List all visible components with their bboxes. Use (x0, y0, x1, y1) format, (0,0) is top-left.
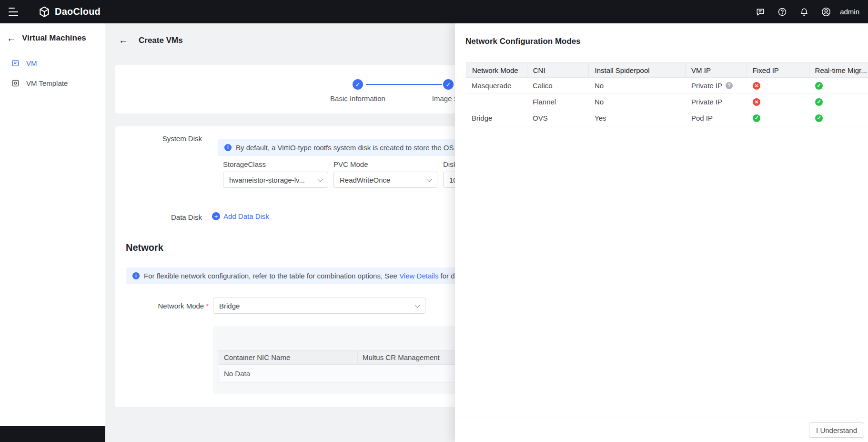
pvc-mode-label: PVC Mode (333, 160, 368, 168)
col-realtime-migration: Real-time Migr... (809, 63, 868, 77)
nic-col-container-nic-name: Container NIC Name (219, 350, 358, 364)
vm-icon (11, 59, 20, 67)
hamburger-menu-icon[interactable] (9, 8, 21, 16)
username[interactable]: admin (840, 8, 859, 16)
network-section-heading: Network (126, 242, 163, 253)
notifications-bell-icon[interactable] (799, 7, 809, 17)
sidebar-title: Virtual Machines (22, 33, 86, 43)
sidebar-item-label: VM Template (26, 79, 68, 87)
sidebar-collapse-bar[interactable] (0, 426, 105, 442)
table-row: Bridge OVS Yes Pod IP (466, 110, 868, 126)
step-connector (366, 84, 442, 85)
network-mode-label: Network Mode* (137, 302, 209, 310)
help-circle-icon[interactable]: ? (726, 82, 733, 89)
add-data-disk-label: Add Data Disk (223, 212, 269, 220)
pvc-mode-select[interactable]: ReadWriteOnce (333, 172, 437, 188)
sidebar-back-button[interactable]: ← (7, 33, 16, 43)
col-fixed-ip: Fixed IP (747, 63, 809, 77)
cross-icon (753, 82, 760, 90)
col-vm-ip: VM IP (686, 63, 747, 77)
step-complete-icon: ✓ (443, 79, 454, 90)
daocloud-logo-icon (38, 6, 50, 18)
required-asterisk: * (206, 302, 209, 310)
check-icon (815, 82, 823, 90)
sidebar-item-label: VM (26, 59, 37, 67)
user-avatar-icon[interactable] (821, 7, 831, 17)
cross-icon (753, 98, 760, 106)
network-modes-table: Network Mode CNI Install Spiderpool VM I… (466, 62, 868, 126)
col-cni: CNI (527, 63, 589, 77)
brand-name: DaoCloud (55, 6, 101, 17)
sidebar: ← Virtual Machines VM VM Template (0, 23, 105, 442)
network-modes-drawer: Network Configuration Modes Network Mode… (455, 23, 868, 442)
check-icon (815, 114, 823, 122)
system-disk-label: System Disk (143, 134, 202, 143)
page-back-button[interactable]: ← (119, 35, 128, 46)
plus-circle-icon: + (212, 212, 220, 220)
info-icon: i (224, 144, 232, 151)
topbar: DaoCloud admin (0, 0, 868, 23)
col-network-mode: Network Mode (466, 63, 527, 77)
page-title: Create VMs (139, 36, 183, 45)
brand: DaoCloud (38, 6, 101, 18)
vm-template-icon (11, 79, 20, 87)
step-complete-icon: ✓ (353, 79, 363, 90)
sidebar-item-vm[interactable]: VM (0, 53, 105, 73)
add-data-disk-button[interactable]: + Add Data Disk (212, 212, 269, 220)
info-icon: i (132, 272, 140, 279)
table-row: Flannel No Private IP (466, 94, 868, 110)
table-row: Masquerade Calico No Private IP? (466, 78, 868, 94)
col-install-spiderpool: Install Spiderpool (589, 63, 686, 77)
check-icon (753, 114, 760, 122)
data-disk-label: Data Disk (143, 213, 202, 221)
storageclass-label: StorageClass (223, 160, 266, 168)
chevron-down-icon (317, 176, 323, 182)
drawer-footer-divider (455, 418, 868, 418)
system-disk-alert-text: By default, a VirtIO-type rootfs system … (236, 144, 460, 152)
table-header-row: Network Mode CNI Install Spiderpool VM I… (466, 62, 868, 78)
chevron-down-icon (426, 176, 432, 182)
network-alert-text: For flexible network configuration, refe… (144, 272, 455, 280)
chevron-down-icon (414, 302, 420, 308)
drawer-title: Network Configuration Modes (465, 37, 581, 46)
check-icon (815, 98, 823, 106)
view-details-link[interactable]: View Details (399, 272, 438, 280)
help-icon[interactable] (777, 7, 787, 17)
network-mode-select[interactable]: Bridge (213, 298, 425, 314)
i-understand-button[interactable]: I Understand (809, 422, 864, 438)
feedback-icon[interactable] (755, 7, 766, 17)
sidebar-item-vm-template[interactable]: VM Template (0, 73, 105, 93)
storageclass-select[interactable]: hwameistor-storage-lv... (223, 172, 328, 188)
step-label-basic-information: Basic Information (320, 94, 396, 103)
